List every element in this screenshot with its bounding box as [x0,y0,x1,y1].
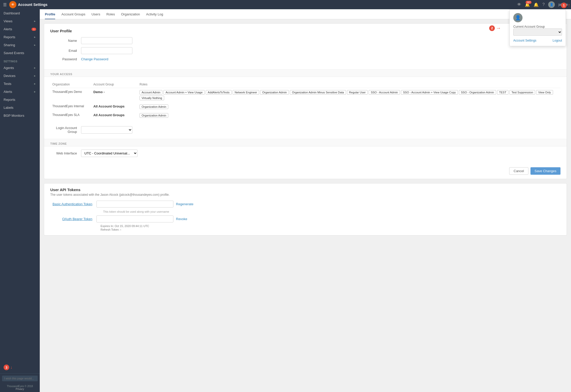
content-area: Profile Account Groups Users Roles Organ… [40,9,571,392]
change-password-link[interactable]: Change Password [81,57,108,61]
logout-link[interactable]: Logout [553,39,562,42]
basic-auth-input[interactable] [96,201,173,208]
sidebar-item-reports[interactable]: Reports ► [0,33,40,41]
copyright-text: ThousandEyes © 2018 [7,385,33,388]
tab-account-groups[interactable]: Account Groups [61,9,85,19]
sidebar-item-sharing[interactable]: Sharing ► [0,41,40,49]
account-group-cell: Demo - [91,88,137,103]
sidebar-item-devices[interactable]: Devices ► [0,72,40,80]
bell-icon[interactable]: 🔔 [534,2,539,7]
web-interface-label: Web Interface [50,151,81,155]
sidebar-item-alerts[interactable]: Alerts 1 [0,25,40,33]
save-button[interactable]: Save Changes [530,167,560,175]
role-tag: Organization Admin [140,104,168,109]
tab-organization[interactable]: Organization [121,9,140,19]
role-tag: SSO - Account Admin + View Usage Copy [401,90,458,95]
refresh-token-label: Refresh Token: ‹ [101,228,560,231]
email-label: Email [50,49,81,53]
sidebar-item-alerts-settings[interactable]: Alerts ► [0,88,40,96]
arrow-right-icon: → [496,25,501,31]
feedback-input[interactable] [2,376,38,381]
sidebar-item-agents[interactable]: Agents ► [0,64,40,72]
sidebar-item-dashboard[interactable]: Dashboard [0,9,40,17]
timezone-select[interactable]: UTC - Coordinated Universal... [81,150,137,157]
sidebar-feedback [0,373,40,383]
arrow-up-icon: ↑ [568,2,570,8]
sidebar-item-views[interactable]: Views ► [0,17,40,25]
notification-badge: 387 [526,1,531,4]
basic-auth-hint: This token should be used along with you… [101,210,560,213]
api-tokens-desc: The user tokens associated with the Jaso… [50,193,560,197]
annotation-badge-3: 3 [4,365,9,370]
cancel-button[interactable]: Cancel [509,167,528,175]
tab-roles[interactable]: Roles [106,9,115,19]
sidebar-item-saved-events[interactable]: Saved Events [0,49,40,57]
help-icon[interactable]: ? [542,2,545,7]
role-tag: SSO - Organization Admin [459,90,496,95]
name-input[interactable] [81,37,132,44]
col-roles: Roles [137,81,560,88]
eye-icon[interactable]: 👁 [517,2,521,7]
tabs-bar: Profile Account Groups Users Roles Organ… [40,9,571,19]
avatar[interactable]: 👤 [548,1,555,8]
profile-title: User Profile [50,29,560,33]
annotation-3-area: 3 ↓ [0,362,40,373]
api-tokens-card: User API Tokens The user tokens associat… [44,183,567,236]
login-account-group-select[interactable] [81,126,132,134]
revoke-button[interactable]: Revoke [176,217,187,221]
settings-label: SETTINGS [0,57,40,64]
sidebar-item-label: BGP Monitors [4,114,24,117]
tab-profile[interactable]: Profile [45,9,55,19]
app-title: Account Settings [18,3,47,7]
sidebar-item-label: Tests [4,82,11,86]
notification-icon[interactable]: 🔔 387 [525,2,530,7]
role-tag: View Only [536,90,553,95]
sidebar-item-labels[interactable]: Labels [0,104,40,112]
hamburger-icon[interactable]: ☰ [3,2,7,7]
sidebar-item-label: Labels [4,106,13,110]
org-name: ThousandEyes Demo [50,88,91,103]
api-tokens-section: User API Tokens The user tokens associat… [44,183,567,235]
chevron-right-icon: ► [34,36,36,38]
sidebar-item-reports-settings[interactable]: Reports [0,96,40,104]
sidebar-item-label: Agents [4,66,14,70]
sidebar-item-tests[interactable]: Tests ► [0,80,40,88]
role-tag: Account Admin [140,90,162,95]
email-input[interactable] [81,47,132,54]
role-tag: Network Engineer [233,90,259,95]
account-group-select[interactable] [513,28,562,36]
roles-cell: Organization Admin [137,102,560,111]
table-row: ThousandEyes SLAAll Account GroupsOrgani… [50,111,560,120]
role-tag: Regular User [347,90,368,95]
regenerate-button[interactable]: Regenerate [176,202,193,206]
logo-eye-icon: 👁 [9,1,16,8]
timezone-label: TIME ZONE [44,139,567,146]
annotation-1: 1 ↑ [561,2,570,8]
basic-auth-label[interactable]: Basic Authentication Token [53,202,92,206]
tab-users[interactable]: Users [92,9,100,19]
role-tag: AddAlertsToTests [206,90,232,95]
dropdown-links: Account Settings Logout [513,39,562,42]
privacy-link[interactable]: Privacy [16,388,24,390]
sidebar-item-bgp[interactable]: BGP Monitors [0,112,40,120]
action-buttons: Cancel Save Changes [44,163,567,179]
role-tag: TEST [497,90,508,95]
sidebar-item-label: Alerts [4,90,12,94]
oauth-label[interactable]: OAuth Bearer Token [62,217,92,221]
tab-activity-log[interactable]: Activity Log [146,9,163,19]
access-section: Organization Account Group Roles Thousan… [44,77,567,124]
your-access-label: YOUR ACCESS [44,69,567,77]
sidebar-item-label: Saved Events [4,51,24,55]
account-settings-link[interactable]: Account Settings [513,39,536,42]
sidebar-item-label: Reports [4,98,15,102]
oauth-input[interactable] [96,215,173,222]
chevron-right-icon: ► [34,90,36,93]
profile-card: User Profile Name Email Password Change … [44,23,567,179]
name-label: Name [50,39,81,43]
chevron-right-icon: ► [34,44,36,46]
api-tokens-title: User API Tokens [50,188,560,192]
expires-label: Expires In: Oct 15, 2020 09:44:11 UTC [101,224,560,228]
basic-auth-row: Basic Authentication Token Regenerate [50,201,560,208]
dropdown-avatar-row: 👤 [513,13,562,22]
topbar-right: 👁 🔔 387 🔔 ? 👤 jalcock [517,1,568,8]
